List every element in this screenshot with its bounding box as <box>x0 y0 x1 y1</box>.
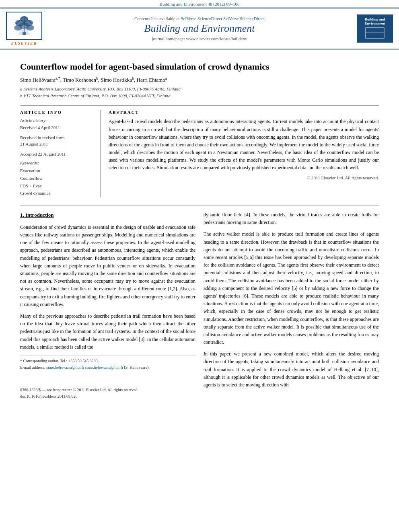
article-info-abstract: ARTICLE INFO Article history: Received 4… <box>20 105 379 197</box>
article-title: Counterflow model for agent-based simula… <box>20 62 379 72</box>
keyword-1: Evacuation <box>20 167 94 175</box>
journal-homepage: journal homepage: www.elsevier.com/locat… <box>48 36 351 41</box>
issn-line: 0360-1323/$ — see front matter © 2011 El… <box>20 387 195 393</box>
body-content: 1. Introduction Consideration of crowd d… <box>20 205 379 400</box>
journal-title-text: Building and Environment <box>48 23 351 35</box>
affil-a-star: a,* <box>56 76 60 80</box>
svg-rect-10 <box>23 32 26 35</box>
email-address-text: simo.heliovaara@hut.fi <box>85 365 123 370</box>
affiliation-b: b VTT Technical Research Centre of Finla… <box>20 92 379 99</box>
footnote-section: * Corresponding author. Tel.: +358 50 54… <box>20 355 195 371</box>
keyword-2: Counterflow <box>20 175 94 182</box>
right-col-para1: dynamic floor field [4]. In these models… <box>204 211 379 226</box>
email-address[interactable]: simo.heliovaara@hut.fi <box>46 365 84 370</box>
elsevier-logo-left: ELSEVIER <box>0 12 48 45</box>
main-content: Counterflow model for agent-based simula… <box>0 49 399 408</box>
contents-line: Contents lists available at SciVerse Sci… <box>48 16 351 21</box>
svg-point-9 <box>19 23 29 29</box>
keywords-label: Keywords: <box>20 160 94 165</box>
abstract-text: Agent-based crowd models describe pedest… <box>109 118 379 172</box>
article-info-heading: ARTICLE INFO <box>20 110 94 115</box>
affil-a2: a <box>165 76 167 80</box>
right-box-decoration <box>365 27 385 40</box>
issn-doi-section: 0360-1323/$ — see front matter © 2011 El… <box>20 387 195 400</box>
journal-title-center: Contents lists available at SciVerse Sci… <box>48 16 351 41</box>
authors-line: Simo Heliövaaraa,*, Timo Korhonenb, Simo… <box>20 76 379 83</box>
body-col-left: 1. Introduction Consideration of crowd d… <box>20 211 195 400</box>
right-col-para2: The active walker model is able to produ… <box>204 230 379 346</box>
keyword-4: Crowd dynamics <box>20 189 94 197</box>
author-ehtamo: Harri Ehtamo <box>137 77 165 83</box>
right-box-line1: Building and <box>365 17 385 21</box>
footnote-email: E-mail address: simo.heliovaara@hut.fi s… <box>20 364 195 371</box>
affiliation-a: a Systems Analysis Laboratory, Aalto Uni… <box>20 86 379 92</box>
received-date: Received 4 April 2011 <box>20 124 94 131</box>
sciverse-text: SciVerse ScienceDirect <box>223 16 265 21</box>
sciverse-link[interactable]: SciVerse ScienceDirect <box>181 16 222 21</box>
email-note: (S. Heliövaara). <box>124 365 150 370</box>
copyright-line: © 2011 Elsevier Ltd. All rights reserved… <box>109 175 379 180</box>
history-label: Article history: <box>20 118 94 123</box>
section1-para1: Consideration of crowd dynamics is essen… <box>20 224 195 308</box>
email-label: E-mail address: <box>20 365 45 370</box>
keyword-3: FDS + Evac <box>20 182 94 190</box>
doi-line: doi:10.1016/j.buildenv.2011.08.020 <box>20 393 195 400</box>
journal-info: Building and Environment 48 (2012) 89–10… <box>160 2 240 6</box>
footnote-star: * Corresponding author. Tel.: +358 50 54… <box>20 358 195 364</box>
svg-point-6 <box>20 16 28 22</box>
page: Building and Environment 48 (2012) 89–10… <box>0 0 399 532</box>
journal-banner: ELSEVIER Contents lists available at Sci… <box>0 8 399 49</box>
revised-date: 21 August 2011 <box>20 141 94 148</box>
revised-label: Received in revised form <box>20 134 94 141</box>
body-col-right: dynamic floor field [4]. In these models… <box>204 211 379 400</box>
right-col-para3: In this paper, we present a new combined… <box>204 350 379 389</box>
affiliations: a Systems Analysis Laboratory, Aalto Uni… <box>20 86 379 99</box>
author-hostikka: Simo Hostikka <box>101 77 132 83</box>
elsevier-wordmark: ELSEVIER <box>11 41 37 45</box>
abstract-heading: ABSTRACT <box>109 110 379 115</box>
journal-right-logo: Building and Environment <box>351 14 399 43</box>
author-korhonen: Timo Korhonen <box>63 77 96 83</box>
abstract-panel: ABSTRACT Agent-based crowd models descri… <box>109 110 379 197</box>
journal-right-box: Building and Environment <box>357 14 393 43</box>
section1-para2: Many of the previous approaches to descr… <box>20 312 195 351</box>
accepted-date: Accepted 22 August 2011 <box>20 151 94 158</box>
article-info-panel: ARTICLE INFO Article history: Received 4… <box>20 110 101 197</box>
journal-header-bar: Building and Environment 48 (2012) 89–10… <box>0 0 399 8</box>
svg-rect-11 <box>366 28 384 38</box>
elsevier-logo-box <box>6 12 42 40</box>
keywords-section: Keywords: Evacuation Counterflow FDS + E… <box>20 160 94 197</box>
section1-heading: 1. Introduction <box>20 211 195 220</box>
author-heliovaara: Simo Heliövaara <box>20 77 56 83</box>
right-box-line2: Environment <box>365 21 385 25</box>
